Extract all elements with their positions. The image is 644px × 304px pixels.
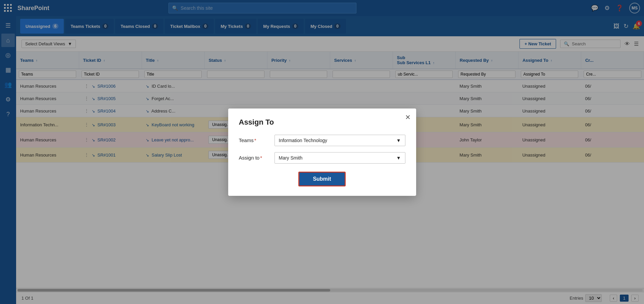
modal-assign-to-label: Assign to* [239,155,269,161]
assign-required-star: * [260,155,262,161]
modal-teams-dropdown[interactable]: Information Technology ▼ [275,135,405,146]
modal-close-button[interactable]: ✕ [405,114,411,121]
modal-assign-to-dropdown[interactable]: Mary Smith ▼ [275,152,405,164]
dropdown-chevron-icon: ▼ [396,138,401,143]
teams-required-star: * [254,137,256,143]
modal-teams-label: Teams* [239,137,269,143]
dropdown-chevron-icon: ▼ [396,155,401,161]
modal-title: Assign To [239,118,405,127]
assign-to-modal: Assign To ✕ Teams* Information Technolog… [228,108,416,196]
modal-teams-field: Teams* Information Technology ▼ [239,135,405,146]
modal-overlay[interactable]: Assign To ✕ Teams* Information Technolog… [0,0,644,304]
modal-assign-to-value: Mary Smith [279,155,303,161]
modal-submit-button[interactable]: Submit [298,172,345,186]
modal-teams-value: Information Technology [279,138,328,143]
modal-assign-to-field: Assign to* Mary Smith ▼ [239,152,405,164]
